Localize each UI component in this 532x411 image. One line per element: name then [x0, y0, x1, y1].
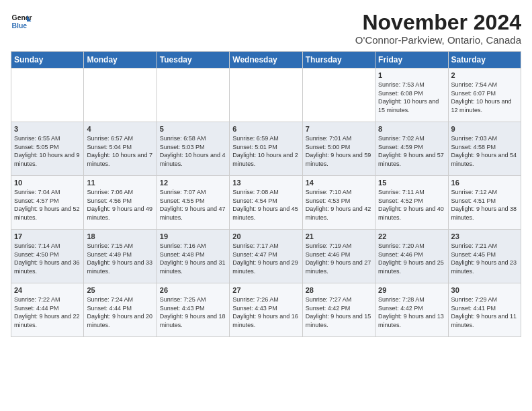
- day-info: Sunrise: 7:25 AM Sunset: 4:43 PM Dayligh…: [160, 295, 226, 329]
- calendar-cell: 5Sunrise: 6:58 AM Sunset: 5:03 PM Daylig…: [157, 122, 229, 176]
- calendar-cell: 22Sunrise: 7:20 AM Sunset: 4:46 PM Dayli…: [375, 230, 448, 283]
- calendar-cell: 16Sunrise: 7:12 AM Sunset: 4:51 PM Dayli…: [448, 176, 521, 230]
- calendar-cell: [157, 68, 229, 122]
- calendar-cell: 2Sunrise: 7:54 AM Sunset: 6:07 PM Daylig…: [448, 68, 521, 122]
- day-number: 1: [378, 71, 445, 79]
- calendar-cell: 12Sunrise: 7:07 AM Sunset: 4:55 PM Dayli…: [157, 176, 229, 230]
- day-number: 27: [232, 286, 299, 294]
- day-number: 26: [160, 286, 226, 294]
- calendar-cell: 8Sunrise: 7:02 AM Sunset: 4:59 PM Daylig…: [375, 122, 448, 176]
- calendar-cell: 15Sunrise: 7:11 AM Sunset: 4:52 PM Dayli…: [375, 176, 448, 230]
- weekday-header-wednesday: Wednesday: [230, 52, 302, 68]
- calendar-cell: 20Sunrise: 7:17 AM Sunset: 4:47 PM Dayli…: [230, 230, 302, 283]
- logo: General Blue: [11, 11, 32, 32]
- day-info: Sunrise: 7:14 AM Sunset: 4:50 PM Dayligh…: [14, 242, 81, 275]
- calendar-week-row: 1Sunrise: 7:53 AM Sunset: 6:08 PM Daylig…: [11, 68, 521, 122]
- day-number: 22: [378, 232, 445, 240]
- day-number: 24: [14, 286, 81, 294]
- day-number: 10: [14, 179, 81, 187]
- calendar-cell: [11, 68, 84, 122]
- calendar-cell: 23Sunrise: 7:21 AM Sunset: 4:45 PM Dayli…: [448, 230, 521, 283]
- day-number: 7: [306, 125, 372, 133]
- day-info: Sunrise: 7:10 AM Sunset: 4:53 PM Dayligh…: [306, 188, 372, 222]
- day-info: Sunrise: 6:55 AM Sunset: 5:05 PM Dayligh…: [14, 134, 81, 168]
- weekday-header-monday: Monday: [84, 52, 157, 68]
- page-header: General Blue November 2024 O'Connor-Park…: [11, 11, 521, 46]
- day-number: 13: [232, 179, 299, 187]
- calendar-cell: 9Sunrise: 7:03 AM Sunset: 4:58 PM Daylig…: [448, 122, 521, 176]
- day-number: 16: [451, 179, 518, 187]
- day-number: 25: [87, 286, 153, 294]
- day-number: 23: [451, 232, 518, 240]
- day-number: 15: [378, 179, 445, 187]
- day-number: 18: [87, 232, 153, 240]
- calendar-cell: 18Sunrise: 7:15 AM Sunset: 4:49 PM Dayli…: [84, 230, 157, 283]
- calendar-cell: 19Sunrise: 7:16 AM Sunset: 4:48 PM Dayli…: [157, 230, 229, 283]
- day-number: 3: [14, 125, 81, 133]
- svg-text:Blue: Blue: [12, 22, 28, 30]
- day-info: Sunrise: 7:24 AM Sunset: 4:44 PM Dayligh…: [87, 295, 153, 329]
- calendar-cell: 7Sunrise: 7:01 AM Sunset: 5:00 PM Daylig…: [302, 122, 375, 176]
- day-number: 19: [160, 232, 226, 240]
- day-info: Sunrise: 7:26 AM Sunset: 4:43 PM Dayligh…: [232, 295, 299, 329]
- day-info: Sunrise: 7:03 AM Sunset: 4:58 PM Dayligh…: [451, 134, 518, 168]
- day-number: 5: [160, 125, 226, 133]
- day-info: Sunrise: 7:22 AM Sunset: 4:44 PM Dayligh…: [14, 295, 81, 329]
- calendar-week-row: 24Sunrise: 7:22 AM Sunset: 4:44 PM Dayli…: [11, 283, 521, 337]
- day-number: 28: [306, 286, 372, 294]
- day-number: 4: [87, 125, 153, 133]
- day-info: Sunrise: 7:16 AM Sunset: 4:48 PM Dayligh…: [160, 242, 226, 275]
- day-number: 8: [378, 125, 445, 133]
- day-number: 14: [306, 179, 372, 187]
- weekday-header-saturday: Saturday: [448, 52, 521, 68]
- weekday-header-tuesday: Tuesday: [157, 52, 229, 68]
- calendar-cell: 28Sunrise: 7:27 AM Sunset: 4:42 PM Dayli…: [302, 283, 375, 337]
- month-title: November 2024: [355, 11, 521, 34]
- weekday-header-friday: Friday: [375, 52, 448, 68]
- calendar-cell: 25Sunrise: 7:24 AM Sunset: 4:44 PM Dayli…: [84, 283, 157, 337]
- day-info: Sunrise: 7:11 AM Sunset: 4:52 PM Dayligh…: [378, 188, 445, 222]
- day-info: Sunrise: 7:29 AM Sunset: 4:41 PM Dayligh…: [451, 295, 518, 329]
- day-number: 12: [160, 179, 226, 187]
- day-info: Sunrise: 7:01 AM Sunset: 5:00 PM Dayligh…: [306, 134, 372, 168]
- weekday-header-thursday: Thursday: [302, 52, 375, 68]
- calendar-cell: 27Sunrise: 7:26 AM Sunset: 4:43 PM Dayli…: [230, 283, 302, 337]
- day-info: Sunrise: 6:57 AM Sunset: 5:04 PM Dayligh…: [87, 134, 153, 168]
- day-number: 21: [306, 232, 372, 240]
- day-number: 30: [451, 286, 518, 294]
- calendar-cell: 29Sunrise: 7:28 AM Sunset: 4:42 PM Dayli…: [375, 283, 448, 337]
- calendar-header-row: SundayMondayTuesdayWednesdayThursdayFrid…: [11, 52, 521, 68]
- day-info: Sunrise: 7:08 AM Sunset: 4:54 PM Dayligh…: [232, 188, 299, 222]
- day-number: 2: [451, 71, 518, 79]
- calendar-cell: 24Sunrise: 7:22 AM Sunset: 4:44 PM Dayli…: [11, 283, 84, 337]
- calendar-cell: 13Sunrise: 7:08 AM Sunset: 4:54 PM Dayli…: [230, 176, 302, 230]
- calendar-cell: 17Sunrise: 7:14 AM Sunset: 4:50 PM Dayli…: [11, 230, 84, 283]
- calendar-cell: 4Sunrise: 6:57 AM Sunset: 5:04 PM Daylig…: [84, 122, 157, 176]
- calendar-cell: 6Sunrise: 6:59 AM Sunset: 5:01 PM Daylig…: [230, 122, 302, 176]
- day-number: 9: [451, 125, 518, 133]
- day-info: Sunrise: 6:58 AM Sunset: 5:03 PM Dayligh…: [160, 134, 226, 168]
- calendar-cell: 21Sunrise: 7:19 AM Sunset: 4:46 PM Dayli…: [302, 230, 375, 283]
- day-info: Sunrise: 7:15 AM Sunset: 4:49 PM Dayligh…: [87, 242, 153, 275]
- weekday-header-sunday: Sunday: [11, 52, 84, 68]
- day-number: 29: [378, 286, 445, 294]
- day-info: Sunrise: 7:21 AM Sunset: 4:45 PM Dayligh…: [451, 242, 518, 275]
- day-number: 20: [232, 232, 299, 240]
- day-info: Sunrise: 7:19 AM Sunset: 4:46 PM Dayligh…: [306, 242, 372, 275]
- calendar-week-row: 3Sunrise: 6:55 AM Sunset: 5:05 PM Daylig…: [11, 122, 521, 176]
- calendar-cell: 14Sunrise: 7:10 AM Sunset: 4:53 PM Dayli…: [302, 176, 375, 230]
- day-info: Sunrise: 7:12 AM Sunset: 4:51 PM Dayligh…: [451, 188, 518, 222]
- logo-icon: General Blue: [11, 11, 32, 32]
- day-info: Sunrise: 7:07 AM Sunset: 4:55 PM Dayligh…: [160, 188, 226, 222]
- calendar-cell: [84, 68, 157, 122]
- day-info: Sunrise: 7:27 AM Sunset: 4:42 PM Dayligh…: [306, 295, 372, 329]
- day-info: Sunrise: 7:53 AM Sunset: 6:08 PM Dayligh…: [378, 81, 445, 114]
- calendar-cell: [302, 68, 375, 122]
- calendar-cell: 26Sunrise: 7:25 AM Sunset: 4:43 PM Dayli…: [157, 283, 229, 337]
- calendar-cell: [230, 68, 302, 122]
- day-number: 6: [232, 125, 299, 133]
- day-info: Sunrise: 7:28 AM Sunset: 4:42 PM Dayligh…: [378, 295, 445, 329]
- day-number: 11: [87, 179, 153, 187]
- location-subtitle: O'Connor-Parkview, Ontario, Canada: [355, 34, 521, 46]
- calendar-cell: 30Sunrise: 7:29 AM Sunset: 4:41 PM Dayli…: [448, 283, 521, 337]
